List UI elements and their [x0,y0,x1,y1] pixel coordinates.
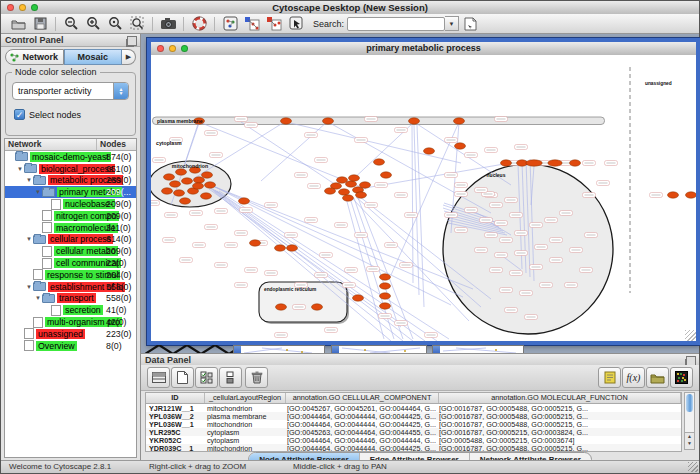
network-canvas[interactable]: plasma membrane cytoplasm mitochondrion … [151,55,696,341]
tree-col-nodes[interactable]: Nodes [97,139,136,150]
network-node-label[interactable] [293,305,306,310]
frame-resize-grip[interactable] [685,330,696,341]
tree-row[interactable]: multi-organism pro42(0) [5,316,136,328]
network-node-label[interactable] [308,184,321,189]
network-node-label[interactable] [193,243,206,248]
network-node-label[interactable] [315,158,328,163]
network-node-label[interactable] [395,321,408,326]
network-node[interactable] [325,188,336,194]
network-node-label[interactable] [367,267,380,272]
zoom-selected-icon[interactable] [104,15,126,32]
network-node-label[interactable] [285,233,298,238]
network-node-label[interactable] [320,253,333,258]
expand-arrow-icon[interactable]: ▼ [25,284,33,290]
network-node-label[interactable] [485,233,498,238]
network-node-label[interactable] [535,245,548,250]
network-node-label[interactable] [515,251,528,256]
network-node[interactable] [343,195,354,201]
function-builder-icon[interactable]: f(x) [622,367,645,388]
tree-row[interactable]: cell communicat22(0) [5,257,136,269]
network-node-label[interactable] [455,183,468,188]
tree-row[interactable]: cellular metabo209(0) [5,245,136,257]
network-node[interactable] [455,143,466,149]
network-node-label[interactable] [425,333,438,338]
network-node[interactable] [380,293,391,299]
network-node-label[interactable] [205,131,218,136]
network-node-label[interactable] [315,273,328,278]
network-node-label[interactable] [550,238,563,243]
tab-overflow-arrow[interactable]: ▶ [122,49,136,65]
network-node-label[interactable] [525,315,538,320]
network-node[interactable] [339,189,350,195]
open-file-icon[interactable] [7,15,29,32]
network-node-label[interactable] [153,158,166,163]
network-node-label[interactable] [570,248,583,253]
tree-row[interactable]: ▼establishment of lo558(0) [5,281,136,293]
network-node-label[interactable] [465,208,478,213]
network-node[interactable] [356,192,367,198]
tree-row[interactable]: ▼cellular process614(0) [5,234,136,246]
expand-arrow-icon[interactable]: ▼ [34,189,42,195]
tree-row[interactable]: ▼primary metabo209(... [5,186,136,198]
network-node-label[interactable] [560,211,573,216]
network-node-label[interactable] [355,233,368,238]
network-node-label[interactable] [343,283,356,288]
network-node-label[interactable] [583,193,596,198]
delete-attribute-icon[interactable] [245,367,268,388]
network-node[interactable] [287,245,298,251]
network-node-label[interactable] [345,268,358,273]
network-node-label[interactable] [475,188,488,193]
search-config-icon[interactable] [459,15,481,32]
network-node-label[interactable] [151,201,160,206]
unselect-attributes-icon[interactable] [219,367,242,388]
camera-icon[interactable] [157,15,179,32]
network-node-label[interactable] [235,283,248,288]
tree-row[interactable]: ▼metabolic process280(0) [5,175,136,187]
network-node-label[interactable] [395,128,408,133]
zoom-fit-icon[interactable] [126,15,148,32]
network-node[interactable] [182,178,193,184]
table-column-header[interactable]: annotation.GO CELLULAR_COMPONENT [286,393,439,403]
network-node[interactable] [170,181,181,187]
network-node[interactable] [353,295,364,301]
network-node-label[interactable] [490,203,503,208]
network-node[interactable] [201,193,212,199]
network-node-label[interactable] [215,209,228,214]
network-node-label[interactable] [495,253,508,258]
expand-arrow-icon[interactable]: ▼ [34,295,42,301]
window-titlebar[interactable]: Cytoscape Desktop (New Session) [1,1,699,15]
network-node[interactable] [164,174,175,180]
network-node-label[interactable] [505,308,518,313]
network-node-label[interactable] [597,181,610,186]
network-node-label[interactable] [305,133,318,138]
network-node-label[interactable] [245,123,258,128]
expand-arrow-icon[interactable]: ▼ [25,177,33,183]
table-column-header[interactable]: ID [146,393,205,403]
network-node[interactable] [380,283,391,289]
network-node-label[interactable] [485,148,498,153]
network-node-label[interactable] [395,193,408,198]
network-node-label[interactable] [505,198,518,203]
network-node[interactable] [346,181,357,187]
network-node-label[interactable] [530,265,543,270]
network-node-label[interactable] [650,193,663,198]
network-node[interactable] [176,169,187,175]
network-node-label[interactable] [565,283,578,288]
network-node-label[interactable] [365,117,378,122]
network-node-label[interactable] [235,117,248,122]
table-row[interactable]: YDR039C__1mitochondrion[GO:0044464, GO:0… [146,444,681,452]
label-icon[interactable] [598,367,621,388]
network-node-label[interactable] [475,248,488,253]
zoom-out-icon[interactable] [60,15,82,32]
network-node[interactable] [337,177,348,183]
network-node-label[interactable] [265,271,278,276]
tab-mosaic[interactable]: Mosaic [64,49,123,65]
network-node-label[interactable] [400,263,413,268]
network-node-label[interactable] [515,145,528,150]
new-attribute-icon[interactable] [171,367,194,388]
network-node-label[interactable] [355,138,368,143]
network-node-label[interactable] [165,213,178,218]
network-node[interactable] [281,118,292,124]
network-node-label[interactable] [245,268,258,273]
tree-row[interactable]: mosaic-demo-yeast874(0) [5,151,136,163]
